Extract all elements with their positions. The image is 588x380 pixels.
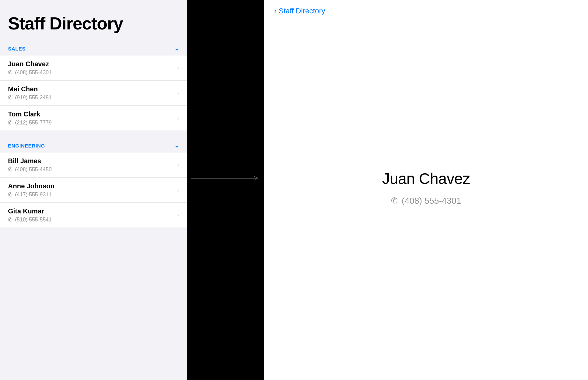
detail-phone: (408) 555-4301 — [402, 196, 461, 206]
staff-name-bill-james: Bill James — [8, 157, 52, 165]
staff-phone-row-tom-clark: ✆ (212) 555-7779 — [8, 119, 52, 126]
staff-name-gita-kumar: Gita Kumar — [8, 207, 52, 215]
middle-panel — [187, 0, 264, 380]
phone-icon-bill-james: ✆ — [8, 166, 12, 173]
staff-phone-row-mei-chen: ✆ (919) 555-2481 — [8, 94, 52, 101]
section-label-sales: SALES — [8, 46, 26, 52]
staff-info-gita-kumar: Gita Kumar ✆ (510) 555-5541 — [8, 207, 52, 223]
staff-phone-juan-chavez: (408) 555-4301 — [15, 70, 52, 76]
page-title: Staff Directory — [0, 13, 187, 41]
chevron-down-sales-icon[interactable]: ⌄ — [174, 45, 179, 52]
left-panel: Staff Directory SALES ⌄ Juan Chavez ✆ (4… — [0, 0, 187, 380]
right-panel: ‹ Staff Directory Juan Chavez ✆ (408) 55… — [264, 0, 588, 380]
staff-name-tom-clark: Tom Clark — [8, 110, 52, 118]
staff-info-mei-chen: Mei Chen ✆ (919) 555-2481 — [8, 85, 52, 101]
chevron-right-bill-james-icon: › — [177, 162, 179, 169]
staff-phone-gita-kumar: (510) 555-5541 — [15, 217, 52, 223]
staff-phone-tom-clark: (212) 555-7779 — [15, 120, 52, 126]
detail-phone-icon: ✆ — [391, 196, 398, 205]
section-header-sales[interactable]: SALES ⌄ — [0, 41, 187, 56]
detail-name: Juan Chavez — [382, 170, 470, 188]
phone-icon-tom-clark: ✆ — [8, 119, 12, 126]
chevron-right-gita-kumar-icon: › — [177, 212, 179, 219]
staff-info-juan-chavez: Juan Chavez ✆ (408) 555-4301 — [8, 60, 52, 76]
staff-name-mei-chen: Mei Chen — [8, 85, 52, 93]
staff-phone-mei-chen: (919) 555-2481 — [15, 95, 52, 101]
detail-phone-row: ✆ (408) 555-4301 — [391, 196, 461, 206]
staff-item-gita-kumar[interactable]: Gita Kumar ✆ (510) 555-5541 › — [0, 203, 187, 227]
back-chevron-icon[interactable]: ‹ — [274, 7, 277, 15]
engineering-staff-list: Bill James ✆ (408) 555-4450 › Anne Johns… — [0, 153, 187, 227]
staff-phone-row-gita-kumar: ✆ (510) 555-5541 — [8, 216, 52, 223]
staff-phone-anne-johnson: (417) 555-9311 — [15, 192, 52, 198]
chevron-right-anne-johnson-icon: › — [177, 187, 179, 194]
staff-info-bill-james: Bill James ✆ (408) 555-4450 — [8, 157, 52, 173]
chevron-right-tom-clark-icon: › — [177, 115, 179, 122]
back-label[interactable]: Staff Directory — [279, 7, 325, 15]
phone-icon-anne-johnson: ✆ — [8, 191, 12, 198]
chevron-down-engineering-icon[interactable]: ⌄ — [174, 142, 179, 149]
staff-item-juan-chavez[interactable]: Juan Chavez ✆ (408) 555-4301 › — [0, 56, 187, 81]
chevron-right-mei-chen-icon: › — [177, 90, 179, 97]
phone-icon-juan-chavez: ✆ — [8, 69, 12, 76]
sales-staff-list: Juan Chavez ✆ (408) 555-4301 › Mei Chen … — [0, 56, 187, 130]
right-header: ‹ Staff Directory — [264, 0, 588, 22]
staff-item-anne-johnson[interactable]: Anne Johnson ✆ (417) 555-9311 › — [0, 178, 187, 203]
section-header-engineering[interactable]: ENGINEERING ⌄ — [0, 138, 187, 153]
transition-arrow — [191, 175, 264, 182]
staff-phone-bill-james: (408) 555-4450 — [15, 167, 52, 173]
staff-phone-row-juan-chavez: ✆ (408) 555-4301 — [8, 69, 52, 76]
staff-info-tom-clark: Tom Clark ✆ (212) 555-7779 — [8, 110, 52, 126]
phone-icon-gita-kumar: ✆ — [8, 216, 12, 223]
staff-item-bill-james[interactable]: Bill James ✆ (408) 555-4450 › — [0, 153, 187, 178]
phone-icon-mei-chen: ✆ — [8, 94, 12, 101]
section-label-engineering: ENGINEERING — [8, 143, 45, 149]
staff-phone-row-anne-johnson: ✆ (417) 555-9311 — [8, 191, 55, 198]
detail-content: Juan Chavez ✆ (408) 555-4301 — [264, 22, 588, 380]
chevron-right-juan-chavez-icon: › — [177, 65, 179, 72]
staff-item-tom-clark[interactable]: Tom Clark ✆ (212) 555-7779 › — [0, 106, 187, 130]
staff-phone-row-bill-james: ✆ (408) 555-4450 — [8, 166, 52, 173]
staff-name-anne-johnson: Anne Johnson — [8, 182, 55, 190]
staff-info-anne-johnson: Anne Johnson ✆ (417) 555-9311 — [8, 182, 55, 198]
section-gap — [0, 130, 187, 138]
staff-name-juan-chavez: Juan Chavez — [8, 60, 52, 68]
staff-item-mei-chen[interactable]: Mei Chen ✆ (919) 555-2481 › — [0, 81, 187, 106]
